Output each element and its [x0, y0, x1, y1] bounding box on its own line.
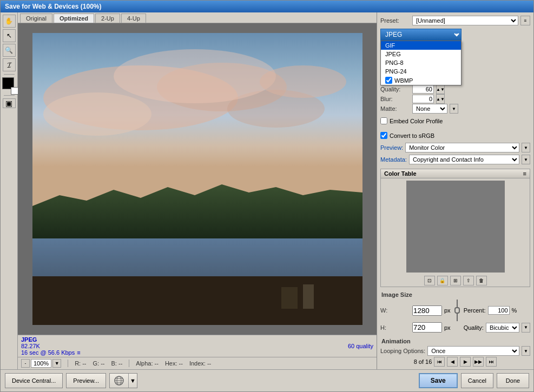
format-select[interactable]: GIF JPEG PNG-8 PNG-24 WBMP	[380, 29, 462, 41]
ct-delete-icon[interactable]: 🗑	[476, 276, 487, 285]
channel-info: R: -- G: -- B: --	[75, 360, 122, 367]
zoom-tool-button[interactable]: 🔍	[3, 44, 16, 57]
dropdown-item-png8[interactable]: PNG-8	[381, 58, 461, 67]
svg-rect-12	[32, 238, 362, 276]
zoom-value: 100%	[34, 360, 49, 367]
view-tabs: Original Optimized 2-Up 4-Up	[18, 12, 377, 23]
nav-prev-button[interactable]: ◀	[447, 357, 458, 367]
blur-input[interactable]	[412, 95, 434, 103]
nav-next-button[interactable]: ▶▶	[473, 357, 484, 367]
background-color-box[interactable]	[11, 87, 18, 95]
view-mode-button[interactable]: ▣	[3, 98, 16, 108]
preview-select[interactable]: Monitor Color	[405, 143, 519, 152]
ct-lock-icon[interactable]: 🔒	[437, 276, 448, 285]
color-table-section: Color Table ≡ ⊡ 🔒 ⊞ ⇧ 🗑	[380, 169, 530, 287]
dropdown-item-gif[interactable]: GIF	[381, 41, 461, 50]
dropdown-item-jpeg[interactable]: JPEG	[381, 50, 461, 58]
quality-size-select[interactable]: Bicubic	[486, 323, 519, 333]
image-size-label: 82.27K	[21, 343, 81, 349]
dropdown-item-png24[interactable]: PNG-24	[381, 67, 461, 76]
percent-input[interactable]	[488, 306, 510, 315]
width-label: W:	[380, 307, 410, 314]
looping-label: Looping Options:	[380, 348, 425, 354]
device-central-button[interactable]: Device Central...	[5, 373, 63, 388]
image-container	[18, 23, 377, 335]
matte-select[interactable]: None	[412, 104, 447, 114]
height-row: H: px Quality: Bicubic ▼	[380, 322, 530, 333]
hand-tool-button[interactable]: ✋	[3, 15, 16, 28]
b-channel: B: --	[111, 360, 123, 367]
browser-select-group: ▼	[109, 373, 137, 388]
percent-sign: %	[512, 307, 517, 314]
height-input[interactable]	[412, 322, 442, 333]
color-table-icons: ⊡ 🔒 ⊞ ⇧ 🗑	[381, 275, 530, 287]
ct-shift-icon[interactable]: ⇧	[463, 276, 474, 285]
image-speed-label: 16 sec @ 56.6 Kbps	[21, 349, 75, 356]
preview-arrow-button[interactable]: ▼	[522, 143, 530, 152]
preview-button[interactable]: Preview...	[66, 373, 106, 388]
width-row: W: px Percent: %	[380, 300, 530, 321]
looping-select[interactable]: Once	[427, 346, 519, 356]
width-input[interactable]	[412, 305, 442, 316]
eyedropper-tool-button[interactable]: 𝓘	[3, 58, 16, 71]
metadata-arrow-button[interactable]: ▼	[522, 155, 530, 164]
zoom-minus-button[interactable]: -	[21, 359, 30, 368]
matte-arrow-button[interactable]: ▼	[450, 104, 458, 114]
quality-input[interactable]	[412, 85, 434, 94]
tab-original[interactable]: Original	[20, 14, 52, 23]
embed-color-profile-checkbox[interactable]	[380, 117, 387, 124]
quality-row: Quality: ▲▼	[380, 84, 530, 94]
color-table-options-icon[interactable]: ≡	[523, 170, 526, 177]
dropdown-item-wbmp[interactable]: WBMP	[381, 76, 461, 85]
done-button[interactable]: Done	[497, 373, 529, 388]
metadata-select[interactable]: Copyright and Contact Info	[409, 155, 519, 164]
blur-arrow-button[interactable]: ▲▼	[436, 94, 445, 104]
svg-point-3	[43, 92, 151, 136]
looping-arrow[interactable]: ▼	[522, 346, 530, 356]
nav-first-button[interactable]: ⏮	[434, 357, 445, 367]
slice-select-tool-button[interactable]: ↖	[3, 29, 16, 42]
image-format-label: JPEG	[21, 336, 81, 343]
percent-label: Percent:	[464, 307, 486, 314]
speed-icon[interactable]: ≡	[77, 349, 80, 356]
cancel-button[interactable]: Cancel	[461, 373, 493, 388]
index-channel: Index: --	[189, 360, 211, 367]
quality-label: Quality:	[380, 86, 410, 92]
preset-select[interactable]: [Unnamed]	[412, 16, 518, 25]
preset-options-icon[interactable]: ≡	[520, 16, 530, 25]
image-info-bar: JPEG 82.27K 16 sec @ 56.6 Kbps ≡ 60 qual…	[18, 335, 377, 357]
link-icon	[453, 300, 462, 321]
color-table-title: Color Table	[384, 170, 417, 177]
quality-size-arrow[interactable]: ▼	[522, 323, 530, 333]
animation-title: Animation	[380, 338, 530, 344]
svg-point-5	[114, 49, 276, 103]
blur-row: Blur: ▲▼	[380, 94, 530, 104]
tab-2up[interactable]: 2-Up	[95, 14, 120, 23]
browser-icon-button[interactable]	[110, 374, 128, 388]
bottom-status-bar: - 100% ▼ R: -- G: -- B: -- Alpha:	[18, 357, 377, 369]
convert-srgb-checkbox[interactable]	[380, 132, 387, 139]
embed-color-profile-label: Embed Color Profile	[390, 118, 443, 124]
tab-4up[interactable]: 4-Up	[121, 14, 146, 23]
nav-play-button[interactable]: ▶	[460, 357, 471, 367]
zoom-dropdown-button[interactable]: ▼	[52, 359, 61, 368]
frame-count-label: 8 of 16	[414, 358, 432, 365]
image-preview	[32, 33, 362, 325]
globe-icon	[114, 376, 124, 386]
quality-arrow-button[interactable]: ▲▼	[436, 84, 445, 94]
color-boxes	[2, 77, 16, 92]
nav-last-button[interactable]: ⏭	[486, 357, 497, 367]
ct-web-icon[interactable]: ⊞	[450, 276, 461, 285]
image-size-section: Image Size W: px Percent:	[380, 291, 530, 334]
toolbar: ✋ ↖ 🔍 𝓘 ▣	[1, 12, 18, 369]
preset-row: Preset: [Unnamed] ≡	[380, 16, 530, 25]
save-button[interactable]: Save	[419, 373, 458, 388]
tab-optimized[interactable]: Optimized	[54, 14, 94, 23]
browser-dropdown-button[interactable]: ▼	[128, 374, 137, 388]
width-px-label: px	[444, 307, 451, 314]
extra-channel-info: Alpha: -- Hex: -- Index: --	[136, 360, 211, 367]
wbmp-checkbox[interactable]	[385, 77, 392, 84]
canvas-area: Original Optimized 2-Up 4-Up	[18, 12, 377, 369]
image-info-left: JPEG 82.27K 16 sec @ 56.6 Kbps ≡	[21, 336, 81, 356]
ct-new-icon[interactable]: ⊡	[424, 276, 435, 285]
